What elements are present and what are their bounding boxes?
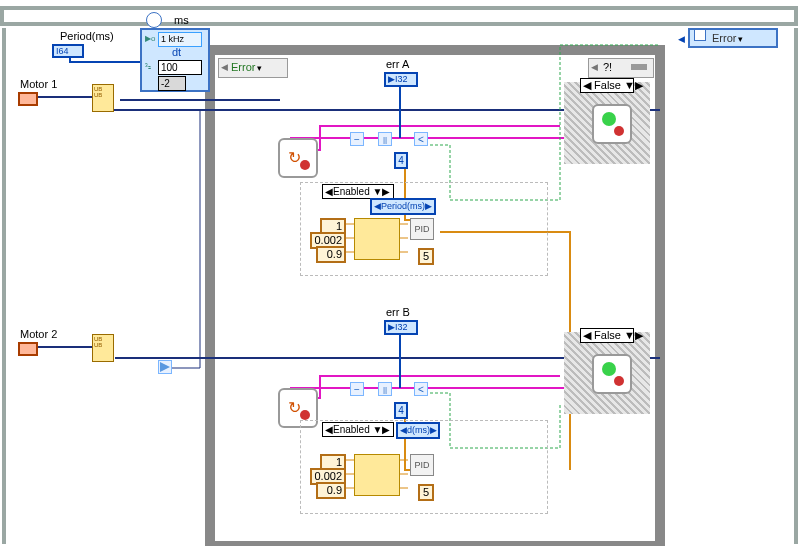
pidA-bundle: [354, 218, 400, 260]
question-pane[interactable]: ◀ ?!: [588, 58, 654, 78]
period-label: Period(ms): [60, 30, 114, 42]
rate-field[interactable]: 1 kHz: [158, 32, 202, 47]
chevron-left-icon: ◀: [591, 62, 598, 72]
caseA-selector[interactable]: ◀ False ▼▶: [580, 78, 634, 93]
motor2-terminal[interactable]: [18, 342, 38, 356]
subtract-icon-B: −: [350, 382, 364, 396]
constA-4: 4: [394, 152, 408, 169]
abs-icon: ||: [378, 132, 392, 146]
svg-marker-4: [160, 362, 170, 372]
enabledB-selector[interactable]: ◀Enabled ▼▶: [322, 422, 394, 437]
pidA-out: 5: [418, 248, 434, 265]
motor2-unbundle: UBUB: [92, 334, 114, 362]
cycle-vi-A: ↻: [278, 138, 318, 178]
pidB-d[interactable]: 0.9: [316, 482, 346, 499]
motor1-unbundle: UBUB: [92, 84, 114, 112]
errA-type[interactable]: ▶I32: [384, 72, 418, 87]
pidA-d[interactable]: 0.9: [316, 246, 346, 263]
periodA-selector[interactable]: ◀Period(ms)▶: [370, 198, 436, 215]
error-right-label[interactable]: Error: [712, 32, 743, 44]
caseB-selector[interactable]: ◀ False ▼▶: [580, 328, 634, 343]
period-type[interactable]: I64: [52, 44, 84, 58]
clock-icon: [146, 12, 162, 28]
motor1-terminal[interactable]: [18, 92, 38, 106]
abs-icon-B: ||: [378, 382, 392, 396]
ms-label: ms: [174, 14, 189, 26]
motor2-label: Motor 2: [20, 328, 57, 340]
writeB-vi: [592, 354, 632, 394]
dash-icon: [631, 64, 647, 70]
less-icon-B: <: [414, 382, 428, 396]
pidA-vi: PID: [410, 218, 434, 240]
neg2-const: -2: [158, 76, 186, 91]
chevron-left-icon: ◀: [221, 62, 228, 72]
pidB-vi: PID: [410, 454, 434, 476]
pidB-out: 5: [418, 484, 434, 501]
errB-label: err B: [386, 306, 410, 318]
writeA-vi: [592, 104, 632, 144]
svg-rect-2: [794, 28, 798, 544]
error-list-pane[interactable]: ◀ Error: [218, 58, 288, 78]
errA-label: err A: [386, 58, 409, 70]
motor1-label: Motor 1: [20, 78, 57, 90]
errB-type[interactable]: ▶I32: [384, 320, 418, 335]
periodB-selector[interactable]: ◀d(ms)▶: [396, 422, 440, 439]
svg-rect-0: [2, 8, 796, 24]
constB-4: 4: [394, 402, 408, 419]
enabledA-selector[interactable]: ◀Enabled ▼▶: [322, 184, 394, 199]
error-list-label: Error: [231, 61, 262, 73]
dt-label: dt: [172, 46, 181, 58]
question-label: ?!: [603, 61, 612, 73]
right-error-pane: Error ◀: [688, 28, 778, 48]
subtract-icon: −: [350, 132, 364, 146]
less-icon: <: [414, 132, 428, 146]
pidB-bundle: [354, 454, 400, 496]
invert-icon: [158, 360, 172, 374]
chevron-left-icon: ◀: [678, 34, 685, 44]
dt-value[interactable]: 100: [158, 60, 202, 75]
svg-rect-1: [2, 28, 6, 544]
timed-loop-config: ms 1 kHz dt 100 -2 ▶o ³₂: [140, 28, 210, 92]
